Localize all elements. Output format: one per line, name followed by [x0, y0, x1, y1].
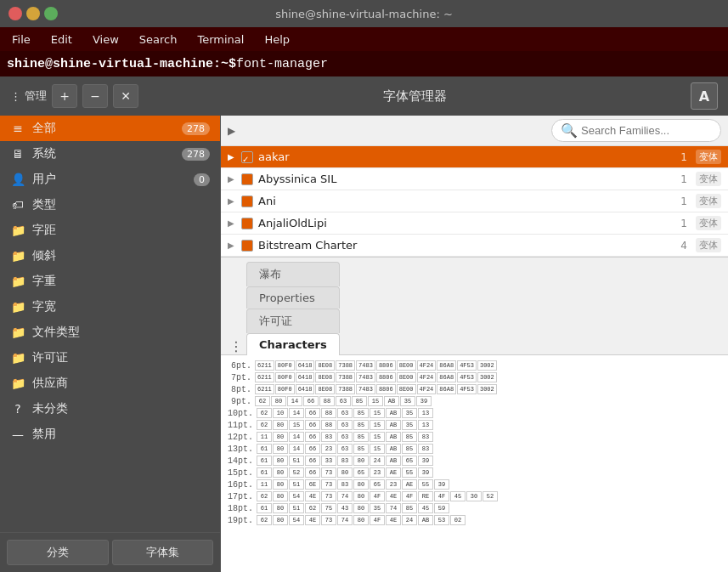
menu-search[interactable]: Search [134, 31, 183, 48]
all-icon: ≡ [10, 121, 25, 136]
char-cell: 63 [337, 408, 353, 418]
char-cell: 85 [352, 396, 367, 406]
maximize-button[interactable] [44, 7, 58, 20]
add-font-button[interactable]: + [52, 84, 77, 108]
sidebar-item-unsorted[interactable]: ? 未分类 [0, 396, 220, 422]
tab-menu-icon[interactable]: ⋮ [228, 337, 245, 354]
char-cell: 45 [450, 491, 466, 501]
tab-properties[interactable]: Properties [246, 286, 340, 309]
char-cell: 4E [386, 491, 401, 501]
char-cell: 73 [321, 491, 336, 501]
char-cell: 80 [273, 444, 288, 454]
dots-icon: ⋮ [10, 90, 21, 103]
sidebar-item-disabled[interactable]: — 禁用 [0, 422, 220, 447]
char-cell: 86A8 [437, 360, 456, 371]
char-pt-label: 16pt. [228, 479, 253, 490]
font-icon-button[interactable]: A [691, 82, 718, 110]
char-cell: 6418 [296, 360, 315, 371]
char-row: 6pt.621180F064188E087388748388068E004F24… [228, 360, 721, 371]
sidebar-item-license[interactable]: 📁 许可证 [0, 345, 220, 371]
slant-icon: 📁 [10, 248, 25, 263]
font-row[interactable]: ▶ Bitstream Charter 4 变体 [221, 235, 728, 257]
sidebar-item-vendor[interactable]: 📁 供应商 [0, 371, 220, 396]
font-row[interactable]: ▶ aakar 1 变体 [221, 146, 728, 168]
char-pt-label: 13pt. [228, 444, 253, 454]
vendor-icon: 📁 [10, 376, 25, 391]
menubar: File Edit View Search Terminal Help [0, 27, 728, 51]
tab-preview[interactable]: 瀑布 [246, 262, 340, 286]
font-count: 1 [680, 173, 687, 185]
char-cells: 1180146683638515AB8583 [257, 432, 433, 442]
char-pt-label: 10pt. [228, 408, 253, 418]
settings-button[interactable]: ✕ [113, 84, 138, 108]
menu-edit[interactable]: Edit [46, 31, 77, 48]
minimize-button[interactable] [26, 7, 40, 20]
char-cell: 52 [289, 467, 304, 478]
char-cell: 65 [370, 479, 385, 490]
char-cells: 621180F064188E087388748388068E004F2486A8… [255, 384, 497, 394]
font-row[interactable]: ▶ Abyssinica SIL 1 变体 [221, 168, 728, 190]
font-checkbox[interactable] [241, 151, 253, 163]
char-cell: 73 [321, 479, 336, 490]
char-cells: 621180F064188E087388748388068E004F2486A8… [255, 360, 497, 371]
char-cells: 6280544E7374804F4E4FRE4F453052 [257, 491, 498, 501]
char-cell: AB [386, 444, 401, 454]
char-row: 12pt.1180146683638515AB8583 [228, 432, 721, 442]
filetype-icon: 📁 [10, 325, 25, 340]
char-row: 9pt.6280146688638515AB3539 [228, 396, 721, 406]
remove-font-button[interactable]: − [82, 84, 108, 108]
char-cell: 8806 [376, 372, 396, 382]
sidebar-label-slant: 倾斜 [32, 248, 56, 263]
sidebar-item-width[interactable]: 📁 字宽 [0, 294, 220, 320]
sidebar-item-slant[interactable]: 📁 倾斜 [0, 243, 220, 269]
char-cell: 80 [353, 491, 369, 501]
app-title: 字体管理器 [138, 88, 691, 105]
search-input[interactable] [581, 124, 724, 137]
font-checkbox[interactable] [241, 240, 253, 252]
font-row[interactable]: ▶ AnjaliOldLipi 1 变体 [221, 212, 728, 235]
char-cell: 24 [370, 456, 385, 466]
char-cell: 80F0 [275, 384, 295, 394]
char-cell: 14 [289, 444, 304, 454]
menu-help[interactable]: Help [259, 31, 295, 48]
sidebar-item-type[interactable]: 🏷 类型 [0, 192, 220, 218]
char-cells: 621180F064188E087388748388068E004F2486A8… [255, 372, 497, 382]
char-cell: 62 [257, 408, 272, 418]
sidebar-label-unsorted: 未分类 [32, 401, 68, 416]
manage-label: ⋮ 管理 [10, 88, 47, 104]
type-icon: 🏷 [10, 197, 25, 212]
sidebar-item-filetype[interactable]: 📁 文件类型 [0, 320, 220, 345]
fontset-button[interactable]: 字体集 [112, 540, 214, 565]
font-row[interactable]: ▶ Ani 1 变体 [221, 190, 728, 212]
char-cell: 74 [337, 515, 353, 525]
menu-view[interactable]: View [87, 31, 124, 48]
menu-file[interactable]: File [7, 31, 36, 48]
char-cell: 7483 [356, 372, 375, 382]
sidebar-item-user[interactable]: 👤 用户 0 [0, 167, 220, 192]
char-pt-label: 8pt. [228, 384, 251, 394]
font-checkbox[interactable] [241, 173, 253, 185]
tab-characters[interactable]: Characters [246, 333, 340, 355]
classify-button[interactable]: 分类 [7, 540, 109, 565]
search-box[interactable]: 🔍 [551, 119, 721, 142]
char-cell: 15 [370, 444, 385, 454]
char-cell: 7388 [336, 372, 355, 382]
sidebar-item-spacing[interactable]: 📁 字距 [0, 218, 220, 243]
sidebar-item-system[interactable]: 🖥 系统 278 [0, 141, 220, 167]
menu-terminal[interactable]: Terminal [192, 31, 249, 48]
font-checkbox[interactable] [241, 195, 253, 207]
char-cell: 80 [337, 467, 353, 478]
char-cells: 6180526673806523AE5539 [257, 467, 433, 478]
sidebar-item-all[interactable]: ≡ 全部 278 [0, 116, 220, 141]
close-button[interactable] [8, 7, 22, 20]
unsorted-icon: ? [10, 401, 25, 416]
char-cell: 4F24 [417, 360, 437, 371]
sidebar-item-weight[interactable]: 📁 字重 [0, 269, 220, 294]
char-row: 16pt.1180516E7383806523AE5539 [228, 479, 721, 490]
window-title: shine@shine-virtual-machine: ~ [59, 8, 669, 20]
char-pt-label: 18pt. [228, 503, 253, 513]
tab-license[interactable]: 许可证 [246, 309, 340, 333]
char-cell: 11 [257, 432, 272, 442]
font-checkbox[interactable] [241, 218, 253, 229]
char-cells: 1180516E7383806523AE5539 [257, 479, 449, 490]
